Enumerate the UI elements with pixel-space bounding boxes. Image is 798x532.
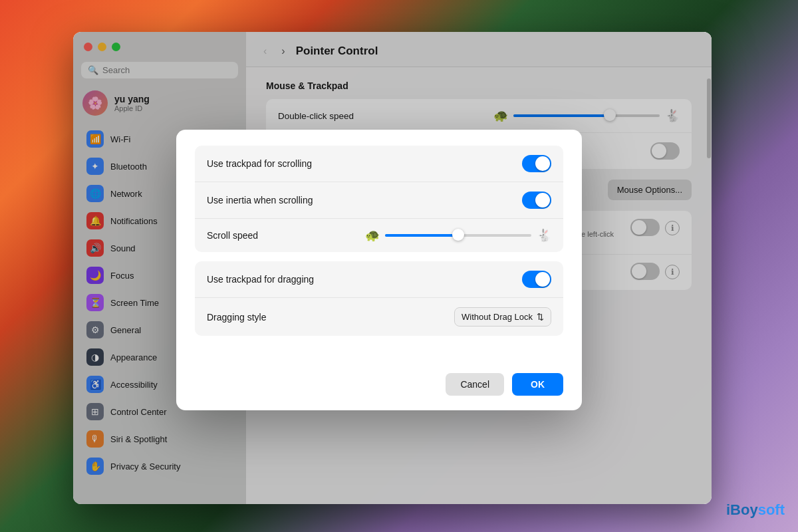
trackpad-dragging-row: Use trackpad for dragging bbox=[195, 261, 563, 298]
trackpad-dragging-label: Use trackpad for dragging bbox=[207, 274, 314, 285]
inertia-scrolling-row: Use inertia when scrolling bbox=[195, 182, 563, 219]
dragging-style-value: Without Drag Lock bbox=[462, 312, 533, 322]
toggle-knob bbox=[535, 193, 550, 207]
trackpad-scrolling-toggle[interactable] bbox=[522, 155, 551, 172]
dragging-section: Use trackpad for dragging Dragging style… bbox=[195, 261, 563, 336]
cancel-button[interactable]: Cancel bbox=[446, 373, 504, 396]
trackpad-scrolling-label: Use trackpad for scrolling bbox=[207, 158, 312, 169]
toggle-knob bbox=[535, 156, 550, 171]
ok-button[interactable]: OK bbox=[512, 373, 563, 396]
slow-scroll-icon: 🐢 bbox=[365, 228, 380, 243]
dialog: Use trackpad for scrolling Use inertia w… bbox=[176, 130, 582, 410]
scroll-slider-track[interactable] bbox=[385, 234, 531, 237]
watermark: iBoysoft bbox=[726, 501, 785, 519]
scroll-slider-thumb[interactable] bbox=[452, 229, 464, 241]
dragging-style-row: Dragging style Without Drag Lock ⇅ bbox=[195, 298, 563, 336]
dialog-content: Use trackpad for scrolling Use inertia w… bbox=[176, 130, 582, 361]
scroll-speed-label: Scroll speed bbox=[207, 230, 258, 241]
scrolling-section: Use trackpad for scrolling Use inertia w… bbox=[195, 146, 563, 252]
chevron-updown-icon: ⇅ bbox=[537, 312, 544, 322]
inertia-scrolling-label: Use inertia when scrolling bbox=[207, 195, 313, 205]
dragging-style-select[interactable]: Without Drag Lock ⇅ bbox=[454, 307, 551, 327]
trackpad-scrolling-row: Use trackpad for scrolling bbox=[195, 146, 563, 182]
toggle-knob bbox=[535, 272, 550, 287]
scroll-speed-slider: 🐢 🐇 bbox=[365, 228, 551, 243]
dragging-style-label: Dragging style bbox=[207, 312, 267, 323]
scroll-speed-row: Scroll speed 🐢 🐇 bbox=[195, 219, 563, 252]
dialog-footer: Cancel OK bbox=[176, 361, 582, 410]
scroll-slider-fill bbox=[385, 234, 458, 237]
fast-scroll-icon: 🐇 bbox=[537, 228, 551, 243]
trackpad-dragging-toggle[interactable] bbox=[522, 271, 551, 288]
inertia-scrolling-toggle[interactable] bbox=[522, 192, 551, 209]
